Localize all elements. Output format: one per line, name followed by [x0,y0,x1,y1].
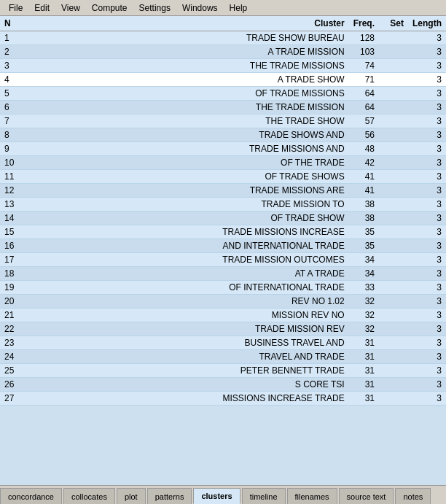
cell-set [379,45,408,59]
table-row[interactable]: 6THE TRADE MISSION643 [0,101,446,115]
tab-timeline[interactable]: timeline [242,488,286,504]
cell-cluster: TRADE SHOW BUREAU [43,31,348,45]
cell-set [379,128,408,142]
cell-set [379,239,408,253]
cell-set [379,31,408,45]
cell-cluster: PETER BENNETT TRADE [43,364,348,378]
cell-cluster: TRADE MISSIONS AND [43,142,348,156]
cell-n: 25 [0,364,43,378]
cell-freq: 31 [349,350,379,364]
cell-freq: 48 [349,142,379,156]
cell-n: 13 [0,198,43,212]
col-header-n: N [0,16,43,31]
cell-length: 3 [408,128,446,142]
cell-n: 22 [0,322,43,336]
cell-set [379,115,408,128]
menu-view[interactable]: View [55,1,86,15]
cell-n: 26 [0,378,43,392]
cell-n: 11 [0,170,43,184]
cell-length: 3 [408,198,446,212]
tab-clusters[interactable]: clusters [193,488,240,504]
cell-n: 24 [0,350,43,364]
cell-cluster: BUSINESS TRAVEL AND [43,336,348,350]
cell-cluster: A TRADE MISSION [43,45,348,59]
menu-file[interactable]: File [3,1,28,15]
table-row[interactable]: 4A TRADE SHOW713 [0,73,446,87]
tab-notes[interactable]: notes [395,488,431,504]
table-row[interactable]: 18AT A TRADE343 [0,267,446,281]
menu-help[interactable]: Help [224,1,254,15]
cell-set [379,212,408,225]
cell-length: 3 [408,364,446,378]
table-row[interactable]: 15TRADE MISSIONS INCREASE353 [0,225,446,239]
cell-freq: 32 [349,322,379,336]
tab-collocates[interactable]: collocates [63,488,115,504]
cell-length: 3 [408,101,446,115]
cell-n: 17 [0,253,43,267]
clusters-table: N Cluster Freq. Set Length 1TRADE SHOW B… [0,16,446,406]
cell-cluster: AT A TRADE [43,267,348,281]
cell-set [379,59,408,73]
cell-cluster: OF TRADE SHOW [43,212,348,225]
table-row[interactable]: 23BUSINESS TRAVEL AND313 [0,336,446,350]
table-row[interactable]: 25PETER BENNETT TRADE313 [0,364,446,378]
cell-length: 3 [408,253,446,267]
cell-n: 18 [0,267,43,281]
cell-set [379,295,408,309]
cell-freq: 31 [349,336,379,350]
menu-compute[interactable]: Compute [86,1,133,15]
cell-cluster: AND INTERNATIONAL TRADE [43,239,348,253]
tab-source-text[interactable]: source text [339,488,394,504]
tab-patterns[interactable]: patterns [147,488,192,504]
cell-freq: 74 [349,59,379,73]
table-row[interactable]: 20REV NO 1.02323 [0,295,446,309]
table-row[interactable]: 24TRAVEL AND TRADE313 [0,350,446,364]
cell-cluster: THE TRADE SHOW [43,115,348,128]
cell-n: 3 [0,59,43,73]
menu-settings[interactable]: Settings [133,1,176,15]
table-row[interactable]: 12TRADE MISSIONS ARE413 [0,184,446,198]
cell-freq: 31 [349,378,379,392]
cell-cluster: TRADE MISSIONS ARE [43,184,348,198]
table-row[interactable]: 10OF THE TRADE423 [0,156,446,170]
cell-freq: 128 [349,31,379,45]
table-row[interactable]: 17TRADE MISSION OUTCOMES343 [0,253,446,267]
cell-length: 3 [408,336,446,350]
cell-freq: 57 [349,115,379,128]
cell-length: 3 [408,322,446,336]
table-row[interactable]: 3THE TRADE MISSIONS743 [0,59,446,73]
table-row[interactable]: 19OF INTERNATIONAL TRADE333 [0,281,446,295]
bottom-tabs: concordancecollocatesplotpatternscluster… [0,485,446,504]
table-row[interactable]: 2A TRADE MISSION1033 [0,45,446,59]
table-row[interactable]: 27MISSIONS INCREASE TRADE313 [0,392,446,406]
cell-freq: 35 [349,225,379,239]
table-row[interactable]: 1TRADE SHOW BUREAU1283 [0,31,446,45]
table-row[interactable]: 11OF TRADE SHOWS413 [0,170,446,184]
cell-freq: 32 [349,295,379,309]
table-row[interactable]: 16AND INTERNATIONAL TRADE353 [0,239,446,253]
table-row[interactable]: 9TRADE MISSIONS AND483 [0,142,446,156]
cell-length: 3 [408,87,446,101]
cell-set [379,73,408,87]
table-row[interactable]: 7THE TRADE SHOW573 [0,115,446,128]
cell-length: 3 [408,295,446,309]
table-row[interactable]: 14OF TRADE SHOW383 [0,212,446,225]
tab-concordance[interactable]: concordance [0,488,62,504]
table-row[interactable]: 26S CORE TSI313 [0,378,446,392]
cell-length: 3 [408,45,446,59]
menu-edit[interactable]: Edit [28,1,55,15]
table-row[interactable]: 22TRADE MISSION REV323 [0,322,446,336]
tab-filenames[interactable]: filenames [287,488,337,504]
cell-cluster: OF THE TRADE [43,156,348,170]
cell-length: 3 [408,212,446,225]
tab-plot[interactable]: plot [117,488,146,504]
cell-length: 3 [408,239,446,253]
table-row[interactable]: 13TRADE MISSION TO383 [0,198,446,212]
cell-freq: 38 [349,198,379,212]
table-row[interactable]: 5OF TRADE MISSIONS643 [0,87,446,101]
menu-windows[interactable]: Windows [176,1,224,15]
col-header-cluster: Cluster [43,16,348,31]
table-row[interactable]: 8TRADE SHOWS AND563 [0,128,446,142]
cell-length: 3 [408,225,446,239]
table-row[interactable]: 21MISSION REV NO323 [0,309,446,322]
